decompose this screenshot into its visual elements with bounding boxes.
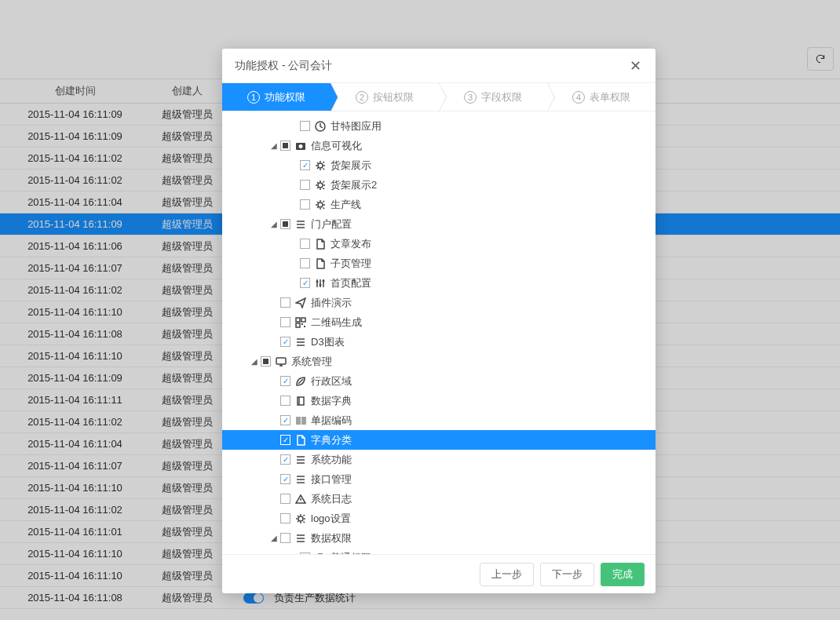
tree-label: 生产线 — [331, 198, 361, 212]
checkbox[interactable] — [261, 356, 271, 367]
list-icon — [295, 533, 306, 544]
step-表单权限[interactable]: 4表单权限 — [547, 83, 656, 111]
tree-label: 信息可视化 — [311, 139, 362, 153]
checkbox[interactable] — [280, 454, 290, 465]
tree-label: 甘特图应用 — [331, 119, 382, 133]
tree-item[interactable]: 单据编码 — [222, 410, 656, 430]
checkbox[interactable] — [300, 121, 310, 131]
book-icon — [295, 396, 306, 407]
tree-label: 货架展示2 — [331, 178, 377, 192]
tree-label: 接口管理 — [311, 472, 352, 487]
tree-label: 门户配置 — [311, 217, 352, 232]
step-字段权限[interactable]: 3字段权限 — [439, 83, 547, 111]
done-button[interactable]: 完成 — [601, 563, 645, 586]
tree-label: D3图表 — [311, 335, 345, 349]
list-icon — [295, 219, 306, 230]
clock-icon — [315, 121, 326, 132]
tree-item[interactable]: ◢信息可视化 — [222, 136, 656, 155]
checkbox[interactable] — [280, 513, 290, 523]
step-label: 表单权限 — [590, 90, 630, 104]
tree-item[interactable]: 货架展示2 — [222, 175, 656, 195]
warn-icon — [295, 494, 306, 505]
step-按钮权限[interactable]: 2按钮权限 — [331, 83, 439, 111]
close-button[interactable]: ✕ — [627, 58, 643, 74]
gear-icon — [295, 513, 306, 524]
gear-icon — [315, 199, 326, 210]
tree-label: 字典分类 — [311, 433, 352, 447]
doc-icon — [315, 239, 326, 250]
monitor-icon — [276, 356, 287, 367]
barcode-icon — [295, 415, 306, 426]
tree-label: 二维码生成 — [311, 315, 362, 330]
checkbox[interactable] — [280, 435, 290, 445]
doc-icon — [315, 258, 326, 269]
tree-label: 系统功能 — [311, 453, 352, 467]
checkbox[interactable] — [280, 415, 290, 425]
checkbox[interactable] — [280, 533, 290, 543]
expand-icon[interactable]: ◢ — [269, 220, 279, 228]
tree-item[interactable]: 数据字典 — [222, 391, 656, 410]
tree-label: 插件演示 — [311, 296, 352, 310]
gear-icon — [315, 160, 326, 171]
step-number-icon: 1 — [247, 91, 260, 104]
tree-item[interactable]: 普通权限 — [222, 548, 656, 554]
step-label: 按钮权限 — [373, 90, 414, 104]
expand-icon[interactable]: ◢ — [250, 357, 259, 366]
modal-title: 功能授权 - 公司会计 — [235, 59, 627, 73]
tree-item[interactable]: logo设置 — [222, 509, 656, 528]
tree-item[interactable]: 行政区域 — [222, 371, 656, 391]
checkbox[interactable] — [280, 376, 290, 386]
step-功能权限[interactable]: 1功能权限 — [222, 83, 331, 111]
tree-item[interactable]: 甘特图应用 — [222, 116, 656, 136]
checkbox[interactable] — [300, 239, 310, 249]
tree-item[interactable]: ◢门户配置 — [222, 214, 656, 234]
tree-item[interactable]: 货架展示 — [222, 155, 656, 175]
checkbox[interactable] — [280, 474, 290, 484]
tree-item[interactable]: 接口管理 — [222, 469, 656, 489]
tree-item[interactable]: 系统功能 — [222, 450, 656, 469]
step-label: 功能权限 — [265, 90, 305, 104]
checkbox[interactable] — [280, 219, 290, 229]
tree-item[interactable]: 插件演示 — [222, 293, 656, 312]
tree-label: 系统日志 — [311, 492, 352, 506]
tree-label: 数据字典 — [311, 394, 352, 408]
tree-label: 系统管理 — [291, 355, 332, 369]
expand-icon[interactable]: ◢ — [269, 534, 279, 542]
tree-item[interactable]: 字典分类 — [222, 430, 656, 450]
checkbox[interactable] — [280, 297, 290, 308]
steps-bar: 1功能权限2按钮权限3字段权限4表单权限 — [222, 83, 656, 111]
tree-item[interactable]: D3图表 — [222, 332, 656, 352]
tree-item[interactable]: 系统日志 — [222, 489, 656, 509]
list-icon — [295, 474, 306, 485]
gear-icon — [315, 180, 326, 191]
step-number-icon: 3 — [464, 91, 477, 104]
tree-item[interactable]: ◢系统管理 — [222, 352, 656, 371]
checkbox[interactable] — [300, 278, 310, 288]
checkbox[interactable] — [300, 160, 310, 170]
tree-item[interactable]: 二维码生成 — [222, 312, 656, 332]
next-button[interactable]: 下一步 — [540, 563, 594, 586]
checkbox[interactable] — [300, 199, 310, 210]
checkbox[interactable] — [280, 337, 290, 347]
checkbox[interactable] — [300, 258, 310, 268]
tree-label: 首页配置 — [331, 276, 371, 290]
checkbox[interactable] — [280, 494, 290, 504]
qr-icon — [295, 317, 306, 328]
permission-tree[interactable]: 甘特图应用◢信息可视化货架展示货架展示2生产线◢门户配置文章发布子页管理首页配置… — [222, 111, 656, 554]
tree-label: logo设置 — [311, 512, 351, 526]
tree-item[interactable]: 子页管理 — [222, 253, 656, 273]
tree-item[interactable]: ◢数据权限 — [222, 528, 656, 548]
checkbox[interactable] — [280, 396, 290, 406]
tree-item[interactable]: 首页配置 — [222, 273, 656, 293]
expand-icon[interactable]: ◢ — [269, 141, 279, 150]
prev-button[interactable]: 上一步 — [480, 563, 534, 586]
tree-label: 货架展示 — [331, 159, 371, 173]
checkbox[interactable] — [300, 180, 310, 190]
tree-label: 行政区域 — [311, 374, 352, 388]
permission-modal: 功能授权 - 公司会计 ✕ 1功能权限2按钮权限3字段权限4表单权限 甘特图应用… — [222, 49, 656, 593]
checkbox[interactable] — [280, 317, 290, 327]
tree-item[interactable]: 文章发布 — [222, 234, 656, 253]
tree-item[interactable]: 生产线 — [222, 195, 656, 214]
checkbox[interactable] — [280, 140, 290, 151]
modal-header: 功能授权 - 公司会计 ✕ — [222, 49, 656, 83]
